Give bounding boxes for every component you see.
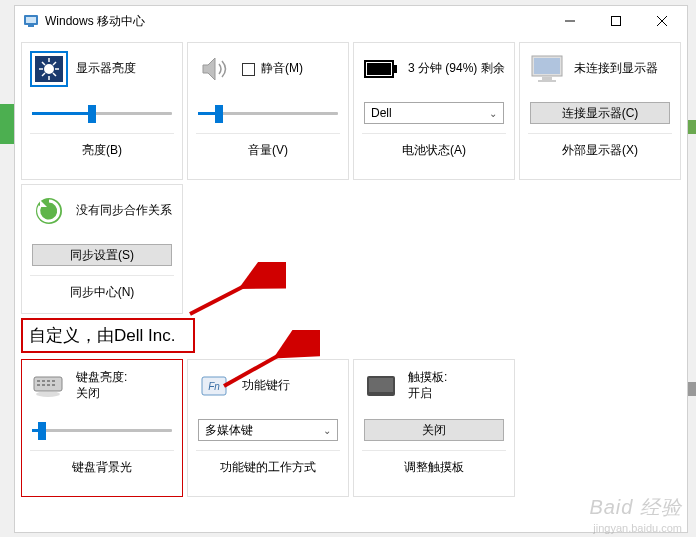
- sync-label: 没有同步合作关系: [76, 203, 172, 219]
- maximize-button[interactable]: [593, 6, 639, 36]
- sync-settings-button[interactable]: 同步设置(S): [32, 244, 172, 266]
- svg-rect-30: [37, 384, 40, 386]
- display-footer: 外部显示器(X): [528, 133, 672, 159]
- app-icon: [23, 13, 39, 29]
- background-fragment: [688, 382, 696, 396]
- background-fragment: [688, 120, 696, 134]
- sync-icon: [30, 193, 68, 229]
- svg-rect-31: [42, 384, 45, 386]
- svg-rect-2: [28, 25, 34, 27]
- monitor-icon: [528, 51, 566, 87]
- brightness-slider[interactable]: [32, 103, 172, 123]
- svg-rect-26: [37, 380, 40, 382]
- display-tile: 未连接到显示器 连接显示器(C) 外部显示器(X): [519, 42, 681, 180]
- svg-rect-21: [534, 58, 560, 74]
- sync-footer: 同步中心(N): [30, 275, 174, 301]
- svg-rect-29: [52, 380, 55, 382]
- connect-display-label: 连接显示器(C): [562, 105, 639, 122]
- volume-footer: 音量(V): [196, 133, 340, 159]
- keyboard-icon: [30, 368, 68, 404]
- fnkeys-tile: Fn 功能键行 多媒体键 ⌄ 功能键的工作方式: [187, 359, 349, 497]
- touchpad-button-label: 关闭: [422, 422, 446, 439]
- sync-settings-label: 同步设置(S): [70, 247, 134, 264]
- svg-rect-19: [367, 63, 391, 75]
- close-button[interactable]: [639, 6, 685, 36]
- svg-rect-33: [52, 384, 55, 386]
- brightness-tile: 显示器亮度 亮度(B): [21, 42, 183, 180]
- svg-text:Fn: Fn: [208, 381, 220, 392]
- svg-rect-38: [369, 378, 393, 392]
- touchpad-label: 触摸板: 开启: [408, 370, 447, 401]
- touchpad-label-line2: 开启: [408, 386, 432, 400]
- fnkeys-select[interactable]: 多媒体键 ⌄: [198, 419, 338, 441]
- display-label: 未连接到显示器: [574, 61, 658, 77]
- volume-tile: 静音(M) 音量(V): [187, 42, 349, 180]
- svg-rect-22: [542, 77, 552, 80]
- svg-rect-32: [47, 384, 50, 386]
- touchpad-tile: 触摸板: 开启 关闭 调整触摸板: [353, 359, 515, 497]
- tile-row: 键盘亮度: 关闭 键盘背景光 Fn: [21, 359, 681, 497]
- svg-rect-4: [612, 17, 621, 26]
- tile-row: 没有同步合作关系 同步设置(S) 同步中心(N): [21, 184, 681, 314]
- battery-icon: [362, 51, 400, 87]
- chevron-down-icon: ⌄: [489, 108, 497, 119]
- watermark: Baid 经验: [589, 494, 682, 521]
- brightness-icon: [30, 51, 68, 87]
- svg-point-8: [44, 64, 54, 74]
- brightness-label: 显示器亮度: [76, 61, 136, 77]
- window-title: Windows 移动中心: [45, 13, 145, 30]
- svg-point-34: [36, 391, 60, 397]
- svg-rect-23: [538, 80, 556, 82]
- sync-tile: 没有同步合作关系 同步设置(S) 同步中心(N): [21, 184, 183, 314]
- power-plan-select[interactable]: Dell ⌄: [364, 102, 504, 124]
- touchpad-toggle-button[interactable]: 关闭: [364, 419, 504, 441]
- background-fragment: [0, 104, 14, 144]
- mute-checkbox[interactable]: [242, 63, 255, 76]
- titlebar: Windows 移动中心: [15, 6, 687, 36]
- fnkeys-footer: 功能键的工作方式: [196, 450, 340, 476]
- minimize-button[interactable]: [547, 6, 593, 36]
- fnkeys-label: 功能键行: [242, 378, 290, 394]
- battery-footer: 电池状态(A): [362, 133, 506, 159]
- svg-rect-28: [47, 380, 50, 382]
- content-area: 显示器亮度 亮度(B): [15, 36, 687, 507]
- keyboard-label: 键盘亮度: 关闭: [76, 370, 127, 401]
- volume-slider[interactable]: [198, 103, 338, 123]
- speaker-icon: [196, 51, 234, 87]
- custom-section-header: 自定义，由Dell Inc.: [21, 318, 195, 353]
- battery-status: 3 分钟 (94%) 剩余: [408, 61, 505, 77]
- fnkeys-value: 多媒体键: [205, 422, 253, 439]
- keyboard-tile: 键盘亮度: 关闭 键盘背景光: [21, 359, 183, 497]
- touchpad-footer: 调整触摸板: [362, 450, 506, 476]
- keyboard-label-line1: 键盘亮度:: [76, 370, 127, 384]
- watermark-sub: jingyan.baidu.com: [593, 522, 682, 534]
- svg-rect-1: [26, 17, 36, 23]
- chevron-down-icon: ⌄: [323, 425, 331, 436]
- fn-icon: Fn: [196, 368, 234, 404]
- svg-rect-18: [394, 65, 397, 73]
- tile-row: 显示器亮度 亮度(B): [21, 42, 681, 180]
- touchpad-label-line1: 触摸板:: [408, 370, 447, 384]
- keyboard-footer: 键盘背景光: [30, 450, 174, 476]
- svg-rect-27: [42, 380, 45, 382]
- keyboard-slider[interactable]: [32, 420, 172, 440]
- connect-display-button[interactable]: 连接显示器(C): [530, 102, 670, 124]
- power-plan-value: Dell: [371, 106, 392, 120]
- brightness-footer: 亮度(B): [30, 133, 174, 159]
- keyboard-label-line2: 关闭: [76, 386, 100, 400]
- touchpad-icon: [362, 368, 400, 404]
- battery-tile: 3 分钟 (94%) 剩余 Dell ⌄ 电池状态(A): [353, 42, 515, 180]
- mobility-center-window: Windows 移动中心: [14, 5, 688, 533]
- mute-label: 静音(M): [261, 61, 303, 77]
